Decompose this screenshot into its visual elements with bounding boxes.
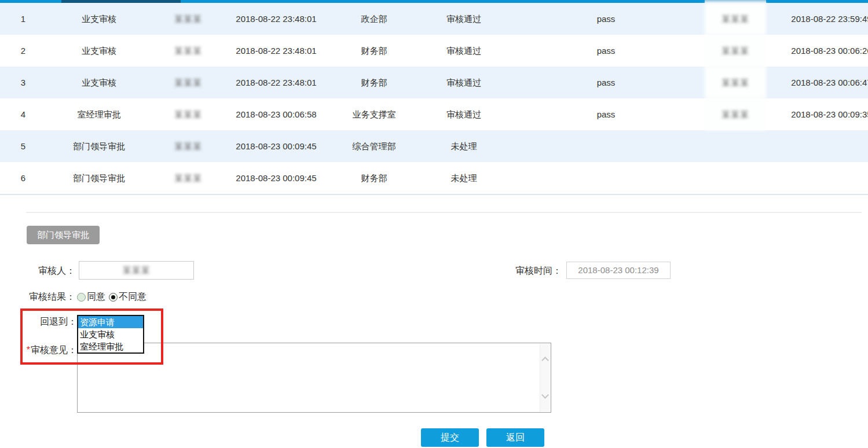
table-row: 6 部门领导审批 某某某 2018-08-23 00:09:45 财务部 未处理 <box>0 162 868 194</box>
cell-done-time: 2018-08-22 23:59:49 <box>766 3 868 35</box>
dropdown-option[interactable]: 室经理审批 <box>78 340 143 352</box>
cell-opinion: pass <box>507 3 705 35</box>
cell-done-time: 2018-08-23 00:06:47 <box>766 67 868 98</box>
cell-result: 审核通过 <box>420 35 507 67</box>
cell-opinion: pass <box>507 98 705 130</box>
review-result-label: 审核结果： <box>9 290 75 304</box>
review-opinion-textarea[interactable] <box>77 343 551 413</box>
cell-handler-blurred-name: 某某某 <box>152 98 225 130</box>
table-row: 3 业支审核 某某某 2018-08-22 23:48:01 财务部 审核通过 … <box>0 67 868 98</box>
approval-detail-page: 1 业支审核 某某某 2018-08-22 23:48:01 政企部 审核通过 … <box>0 0 868 448</box>
review-opinion-label: *审核意见： <box>6 343 77 357</box>
radio-selected-icon[interactable] <box>109 293 118 302</box>
cell-handler-blurred-name: 某某某 <box>152 162 225 194</box>
required-asterisk: * <box>27 345 30 355</box>
dropdown-option-selected[interactable]: 资源申请 <box>78 316 143 328</box>
cell-handler-blurred-name: 某某某 <box>152 3 225 35</box>
cell-result: 未处理 <box>420 162 507 194</box>
cell-result: 未处理 <box>420 130 507 162</box>
cell-receive-time: 2018-08-23 00:06:58 <box>225 98 328 130</box>
cell-handler-blurred-name: 某某某 <box>152 130 225 162</box>
cell-stage: 业支审核 <box>46 35 152 67</box>
current-stage-button[interactable]: 部门领导审批 <box>27 226 100 244</box>
table-row: 5 部门领导审批 某某某 2018-08-23 00:09:45 综合管理部 未… <box>0 130 868 162</box>
cell-department: 综合管理部 <box>328 130 420 162</box>
cell-stage: 室经理审批 <box>46 98 152 130</box>
cell-handler2-blurred-name <box>705 130 766 162</box>
cell-stage: 部门领导审批 <box>46 130 152 162</box>
cell-row-number: 5 <box>0 130 46 162</box>
radio-unselected-icon[interactable] <box>77 293 86 302</box>
review-time-label: 审核时间： <box>495 262 562 280</box>
reviewer-blurred-name: 某某某 <box>123 265 151 275</box>
cell-handler2-blurred-name: 某某某 <box>705 35 766 67</box>
table-row: 4 室经理审批 某某某 2018-08-23 00:06:58 业务支撑室 审核… <box>0 98 868 130</box>
cell-handler-blurred-name: 某某某 <box>152 67 225 98</box>
reviewer-input[interactable]: 某某某 <box>79 261 194 280</box>
cell-result: 审核通过 <box>420 3 507 35</box>
cell-receive-time: 2018-08-23 00:09:45 <box>225 130 328 162</box>
cell-department: 财务部 <box>328 67 420 98</box>
scroll-down-icon[interactable] <box>541 391 549 399</box>
cell-receive-time: 2018-08-22 23:48:01 <box>225 3 328 35</box>
cell-handler2-blurred-name: 某某某 <box>705 67 766 98</box>
cell-handler2-blurred-name: 某某某 <box>705 3 766 35</box>
cell-handler2-blurred-name <box>705 162 766 194</box>
cell-opinion <box>507 162 705 194</box>
cell-row-number: 1 <box>0 3 46 35</box>
cell-done-time: 2018-08-23 00:06:26 <box>766 35 868 67</box>
cell-opinion: pass <box>507 67 705 98</box>
cell-department: 政企部 <box>328 3 420 35</box>
review-result-radio-group: 同意 不同意 <box>77 291 150 303</box>
scroll-up-icon[interactable] <box>541 357 549 364</box>
review-opinion-label-text: 审核意见： <box>31 345 77 355</box>
cell-department: 财务部 <box>328 162 420 194</box>
rollback-label: 回退到： <box>14 313 77 331</box>
table-row: 2 业支审核 某某某 2018-08-22 23:48:01 财务部 审核通过 … <box>0 35 868 67</box>
back-button[interactable]: 返回 <box>486 428 544 447</box>
rollback-dropdown-open-list[interactable]: 资源申请 业支审核 室经理审批 <box>77 315 144 354</box>
table-bottom-border <box>0 194 868 195</box>
cell-receive-time: 2018-08-22 23:48:01 <box>225 67 328 98</box>
cell-opinion <box>507 130 705 162</box>
reviewer-label: 审核人： <box>9 262 75 280</box>
cell-department: 业务支撑室 <box>328 98 420 130</box>
cell-stage: 业支审核 <box>46 3 152 35</box>
dropdown-option[interactable]: 业支审核 <box>78 328 143 340</box>
cell-result: 审核通过 <box>420 98 507 130</box>
cell-result: 审核通过 <box>420 67 507 98</box>
radio-label: 同意 <box>87 291 105 303</box>
cell-row-number: 3 <box>0 67 46 98</box>
cell-stage: 业支审核 <box>46 67 152 98</box>
cell-row-number: 4 <box>0 98 46 130</box>
cell-done-time <box>766 162 868 194</box>
cell-handler-blurred-name: 某某某 <box>152 35 225 67</box>
submit-button[interactable]: 提交 <box>421 428 479 447</box>
cell-row-number: 2 <box>0 35 46 67</box>
cell-row-number: 6 <box>0 162 46 194</box>
cell-receive-time: 2018-08-23 00:09:45 <box>225 162 328 194</box>
cell-opinion: pass <box>507 35 705 67</box>
approval-history-table: 1 业支审核 某某某 2018-08-22 23:48:01 政企部 审核通过 … <box>0 3 868 194</box>
radio-option-agree[interactable]: 同意 <box>77 291 105 303</box>
cell-done-time: 2018-08-23 00:09:35 <box>766 98 868 130</box>
radio-option-disagree[interactable]: 不同意 <box>109 291 147 303</box>
cell-done-time <box>766 130 868 162</box>
cell-stage: 部门领导审批 <box>46 162 152 194</box>
table-row: 1 业支审核 某某某 2018-08-22 23:48:01 政企部 审核通过 … <box>0 3 868 35</box>
review-time-input[interactable]: 2018-08-23 00:12:39 <box>566 262 671 279</box>
radio-label: 不同意 <box>119 291 147 303</box>
cell-handler2-blurred-name: 某某某 <box>705 98 766 130</box>
cell-department: 财务部 <box>328 35 420 67</box>
cell-receive-time: 2018-08-22 23:48:01 <box>225 35 328 67</box>
textarea-scrollbar[interactable] <box>540 344 550 412</box>
section-divider <box>26 212 862 213</box>
